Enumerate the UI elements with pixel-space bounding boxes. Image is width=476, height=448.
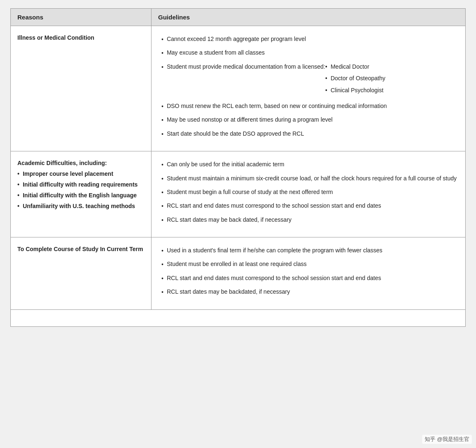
reasons-cell-academic: Academic Difficulties, including: Improp… — [11, 151, 151, 237]
table-row: Academic Difficulties, including: Improp… — [11, 151, 465, 237]
list-item: Used in a student's final term if he/she… — [161, 246, 457, 255]
list-item: Can only be used for the initial academi… — [161, 160, 457, 169]
list-item: Student must maintain a minimum six-cred… — [161, 174, 457, 183]
table-row: Illness or Medical Condition Cannot exce… — [11, 26, 465, 151]
list-item: Initial difficulty with reading requirem… — [17, 181, 144, 188]
reasons-list-academic: Improper course level placement Initial … — [17, 170, 144, 209]
empty-row — [11, 310, 465, 326]
reasons-cell-illness: Illness or Medical Condition — [11, 26, 151, 151]
guidelines-list-complete: Used in a student's final term if he/she… — [161, 246, 457, 297]
guidelines-list-illness: Cannot exceed 12 month aggregate per pro… — [161, 34, 457, 139]
list-item: RCL start and end dates must correspond … — [161, 201, 457, 211]
list-item: Doctor of Osteopathy — [325, 74, 385, 83]
list-item: RCL start dates may be back dated, if ne… — [161, 215, 457, 225]
reasons-title-academic: Academic Difficulties, including: — [17, 160, 107, 166]
header-reasons: Reasons — [11, 9, 151, 26]
list-item: Cannot exceed 12 month aggregate per pro… — [161, 34, 457, 44]
list-item: RCL start and end dates must correspond … — [161, 273, 457, 283]
main-table: Reasons Guidelines Illness or Medical Co… — [10, 8, 466, 327]
list-item: May be used nonstop or at different time… — [161, 115, 457, 125]
guidelines-list-academic: Can only be used for the initial academi… — [161, 160, 457, 225]
list-item: RCL start dates may be backdated, if nec… — [161, 287, 457, 297]
sub-list-illness: Medical Doctor Doctor of Osteopathy Clin… — [325, 62, 385, 97]
table-header: Reasons Guidelines — [11, 9, 465, 26]
list-item: Initial difficulty with the English lang… — [17, 192, 144, 199]
reasons-cell-complete: To Complete Course of Study In Current T… — [11, 237, 151, 309]
list-item: May excuse a student from all classes — [161, 48, 457, 57]
reasons-title-illness: Illness or Medical Condition — [17, 34, 94, 41]
list-item: Unfamiliarity with U.S. teaching methods — [17, 203, 144, 209]
list-item: Start date should be the date DSO approv… — [161, 129, 457, 139]
list-item: Medical Doctor — [325, 62, 385, 71]
guidelines-cell-complete: Used in a student's final term if he/she… — [151, 237, 465, 309]
list-item: Clinical Psychologist — [325, 86, 385, 95]
guidelines-cell-illness: Cannot exceed 12 month aggregate per pro… — [151, 26, 465, 151]
header-guidelines: Guidelines — [151, 9, 465, 26]
table-row: To Complete Course of Study In Current T… — [11, 237, 465, 310]
list-item: Student must provide medical documentati… — [161, 62, 457, 97]
guidelines-cell-academic: Can only be used for the initial academi… — [151, 151, 465, 237]
list-item: DSO must renew the RCL each term, based … — [161, 101, 457, 111]
reasons-title-complete: To Complete Course of Study In Current T… — [17, 246, 143, 252]
list-item: Student must be enrolled in at least one… — [161, 259, 457, 269]
list-item: Student must begin a full course of stud… — [161, 187, 457, 197]
list-item: Improper course level placement — [17, 170, 144, 177]
